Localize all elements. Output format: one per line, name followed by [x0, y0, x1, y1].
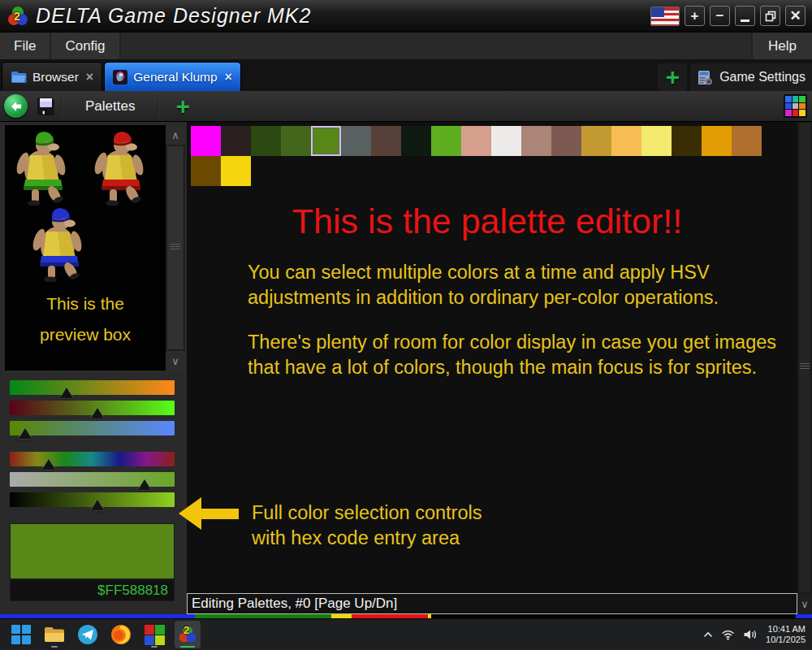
palette-swatch[interactable] — [491, 126, 521, 156]
blue-channel-slider-marker[interactable] — [19, 428, 32, 439]
palette-swatch[interactable] — [401, 126, 431, 156]
preview-sprite-green-hat-klump[interactable] — [9, 128, 72, 206]
firefox-button[interactable] — [108, 621, 134, 648]
preview-scrollbar[interactable]: ∧ ∨ — [166, 125, 185, 370]
game-settings-button[interactable]: Game Settings — [690, 63, 812, 91]
saturation-slider-marker[interactable] — [138, 479, 151, 490]
telegram-icon — [77, 624, 98, 645]
tab-close-icon[interactable]: × — [86, 70, 93, 84]
preview-sprite-blue-hat-klump[interactable] — [25, 204, 89, 282]
palette-swatch[interactable] — [551, 126, 581, 156]
toolbar: Palettes + — [0, 91, 812, 122]
telegram-button[interactable] — [75, 621, 101, 648]
preview-sprite-red-hat-klump[interactable] — [87, 128, 150, 206]
toolbar-title: Palettes — [67, 98, 153, 115]
tray-chevron-up-icon[interactable] — [703, 631, 713, 638]
speaker-icon[interactable] — [743, 629, 758, 640]
editor-heading: This is the palette editor!! — [187, 202, 788, 241]
game-settings-label: Game Settings — [719, 70, 806, 84]
file-explorer-button[interactable] — [41, 621, 67, 648]
menubar: File Config Help — [0, 32, 812, 60]
minimize-button[interactable] — [735, 6, 755, 26]
preview-caption: This is the preview box — [6, 288, 165, 350]
taskbar: 2 10:41 AM 10/1/2025 — [0, 618, 812, 650]
restore-button[interactable] — [760, 6, 780, 26]
taskbar-clock[interactable]: 10:41 AM 10/1/2025 — [766, 624, 806, 645]
scroll-down-button[interactable]: ∨ — [797, 593, 812, 614]
palette-swatch[interactable] — [221, 156, 251, 186]
titlebar: 2 DELTA Game Designer MK2 + − ✕ — [0, 0, 812, 32]
scroll-thumb[interactable] — [798, 122, 811, 593]
annotation-text: Full color selection controls with hex c… — [252, 500, 482, 551]
app-window: 2 DELTA Game Designer MK2 + − ✕ File Con… — [0, 0, 812, 650]
palette-swatch[interactable] — [732, 126, 762, 156]
hex-entry-field[interactable]: $FF588818 — [10, 579, 175, 601]
tab-close-icon[interactable]: × — [225, 70, 232, 84]
add-palette-button[interactable]: + — [164, 94, 201, 119]
editor-paragraph: You can select multiple colors at a time… — [248, 260, 719, 310]
current-color-swatch[interactable] — [10, 523, 175, 579]
palette-swatch[interactable] — [341, 126, 371, 156]
menu-help[interactable]: Help — [751, 32, 812, 59]
palette-swatch[interactable] — [461, 126, 491, 156]
toolbar-separator — [61, 94, 63, 119]
wifi-icon[interactable] — [721, 630, 735, 640]
zoom-out-button[interactable]: − — [710, 6, 730, 26]
folder-icon — [11, 71, 27, 84]
close-button[interactable]: ✕ — [785, 6, 806, 26]
tab-browser[interactable]: Browser × — [2, 62, 102, 91]
palette-swatch[interactable] — [311, 126, 341, 156]
zoom-in-button[interactable]: + — [685, 6, 705, 26]
menu-config[interactable]: Config — [51, 32, 120, 59]
value-slider-marker[interactable] — [91, 500, 104, 510]
blue-channel-slider-bar[interactable] — [10, 421, 175, 436]
palette-swatch[interactable] — [191, 126, 221, 156]
color-app-button[interactable] — [141, 621, 167, 648]
palette-swatch[interactable] — [221, 126, 251, 156]
delta-app-button[interactable]: 2 — [175, 621, 201, 648]
firefox-icon — [110, 624, 132, 645]
palette-swatch[interactable] — [702, 126, 732, 156]
scroll-up-button[interactable]: ∧ — [166, 125, 185, 145]
red-channel-slider-marker[interactable] — [60, 388, 73, 398]
palette-swatch[interactable] — [281, 126, 311, 156]
hue-slider-marker[interactable] — [42, 459, 55, 470]
clock-time: 10:41 AM — [768, 624, 806, 635]
green-channel-slider-marker[interactable] — [91, 408, 104, 418]
preview-canvas[interactable]: This is the preview box — [5, 125, 166, 370]
clock-date: 10/1/2025 — [766, 635, 806, 645]
scroll-thumb[interactable] — [166, 145, 184, 350]
palette-swatch[interactable] — [611, 126, 641, 156]
main-scrollbar[interactable]: ∨ — [797, 122, 812, 614]
palette-editor-area: This is the palette editor!! You can sel… — [187, 122, 812, 614]
palette-swatch[interactable] — [672, 126, 702, 156]
save-icon[interactable] — [35, 96, 56, 117]
palette-swatch[interactable] — [521, 126, 551, 156]
slider-stack — [10, 380, 175, 513]
palette-swatch[interactable] — [431, 126, 461, 156]
hex-value: $FF588818 — [97, 583, 168, 599]
menu-file[interactable]: File — [0, 32, 51, 59]
language-flag-icon[interactable] — [650, 6, 680, 26]
hue-slider-bar[interactable] — [10, 452, 175, 466]
palette-grid-icon[interactable] — [784, 94, 807, 118]
app-logo-icon: 2 — [6, 5, 29, 28]
back-arrow-icon — [10, 101, 23, 112]
windows-logo-icon — [11, 625, 31, 644]
tab-label: General Klump — [133, 70, 217, 84]
add-tab-button[interactable]: + — [658, 63, 687, 91]
start-button[interactable] — [8, 621, 34, 648]
tab-label: Browser — [32, 70, 79, 84]
palette-swatch[interactable] — [581, 126, 611, 156]
content: This is the preview box — [0, 122, 812, 614]
scroll-down-button[interactable]: ∨ — [166, 351, 185, 370]
palette-swatch[interactable] — [641, 126, 672, 156]
red-channel-slider-bar[interactable] — [10, 380, 175, 395]
window-title: DELTA Game Designer MK2 — [36, 4, 311, 28]
palette-swatch[interactable] — [191, 156, 221, 186]
palette-swatch[interactable] — [371, 126, 401, 156]
tab-general-klump[interactable]: General Klump × — [104, 62, 241, 91]
four-color-grid-icon — [145, 625, 165, 645]
back-button[interactable] — [4, 94, 28, 118]
palette-swatch[interactable] — [251, 126, 281, 156]
